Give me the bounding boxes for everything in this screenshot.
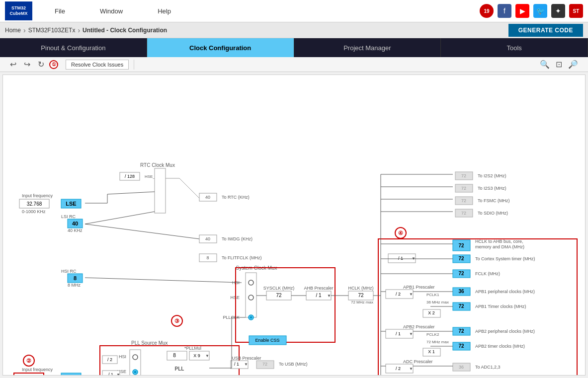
- logo: STM32CubeMX: [5, 1, 32, 20]
- svg-text:8: 8: [173, 353, 176, 358]
- svg-text:0-1000 KHz: 0-1000 KHz: [22, 209, 46, 214]
- svg-text:/ 128: / 128: [125, 174, 135, 179]
- svg-text:40 KHz: 40 KHz: [68, 228, 83, 233]
- tab-clock[interactable]: Clock Configuration: [147, 38, 294, 57]
- svg-text:HSI: HSI: [119, 354, 126, 359]
- input-freq-label-1: Input frequency: [22, 193, 53, 198]
- svg-text:APB2 timer clocks (MHz): APB2 timer clocks (MHz): [475, 344, 525, 349]
- svg-text:36: 36: [459, 365, 464, 370]
- toolbar: ↩ ↪ ↻ ① Resolve Clock Issues 🔍 ⊡ 🔎: [0, 57, 588, 72]
- breadcrumb-page[interactable]: Untitled - Clock Configuration: [83, 27, 167, 34]
- generate-code-button[interactable]: GENERATE CODE: [508, 24, 583, 37]
- social-icons: 19 f ▶ 🐦 ✦ ST: [480, 4, 583, 18]
- svg-text:72: 72: [461, 198, 466, 203]
- svg-text:APB1 Prescaler: APB1 Prescaler: [403, 285, 435, 290]
- svg-text:PLL Source Mux: PLL Source Mux: [131, 340, 168, 346]
- breadcrumb-device[interactable]: STM32F103ZETx: [28, 27, 76, 34]
- zoom-out-button[interactable]: 🔎: [566, 59, 581, 70]
- svg-text:▼: ▼: [327, 294, 331, 298]
- svg-text:40: 40: [205, 236, 210, 241]
- svg-text:AHB Prescaler: AHB Prescaler: [304, 286, 333, 291]
- svg-text:36 MHz max: 36 MHz max: [426, 300, 449, 304]
- menu-bar: STM32CubeMX File Window Help 19 f ▶ 🐦 ✦ …: [0, 0, 588, 22]
- svg-text:②: ②: [26, 358, 31, 364]
- svg-text:LSI RC: LSI RC: [61, 214, 76, 219]
- tab-tools[interactable]: Tools: [441, 38, 588, 57]
- svg-text:72 MHz max: 72 MHz max: [426, 340, 449, 344]
- zoom-in-button[interactable]: 🔍: [537, 59, 552, 70]
- svg-rect-15: [14, 373, 44, 376]
- undo-button[interactable]: ↩: [7, 59, 19, 70]
- svg-text:/ 2: / 2: [396, 292, 401, 297]
- redo-button[interactable]: ↪: [21, 59, 33, 70]
- youtube-icon[interactable]: ▶: [515, 4, 529, 18]
- svg-text:HSE: HSE: [66, 375, 77, 376]
- svg-text:72 MHz max: 72 MHz max: [351, 300, 373, 304]
- svg-text:To FLITFCLK (MHz): To FLITFCLK (MHz): [222, 255, 262, 260]
- svg-text:USB Prescaler: USB Prescaler: [232, 356, 261, 361]
- svg-text:▼: ▼: [409, 332, 413, 336]
- resolve-clock-button[interactable]: Resolve Clock Issues: [66, 60, 129, 70]
- svg-text:▼: ▼: [205, 354, 209, 358]
- svg-text:To SDIO (MHz): To SDIO (MHz): [478, 211, 508, 216]
- svg-text:③: ③: [174, 318, 179, 324]
- svg-text:HCLK (MHz): HCLK (MHz): [348, 286, 374, 291]
- svg-rect-0: [3, 75, 580, 363]
- svg-text:ADC Prescaler: ADC Prescaler: [403, 359, 433, 364]
- svg-text:40: 40: [205, 195, 210, 200]
- version-badge: 19: [480, 4, 494, 18]
- breadcrumb-bar: Home › STM32F103ZETx › Untitled - Clock …: [0, 22, 588, 38]
- svg-text:To I2S2 (MHz): To I2S2 (MHz): [478, 173, 506, 178]
- svg-text:/ 1: / 1: [398, 256, 403, 261]
- svg-point-46: [249, 295, 253, 300]
- svg-text:To RTC (KHz): To RTC (KHz): [222, 195, 250, 200]
- svg-point-72: [133, 355, 138, 360]
- svg-text:HCLK to AHB bus, core,: HCLK to AHB bus, core,: [475, 239, 523, 244]
- svg-text:To USB (MHz): To USB (MHz): [279, 362, 308, 367]
- breadcrumb-home[interactable]: Home: [5, 27, 21, 34]
- network-icon[interactable]: ✦: [551, 4, 565, 18]
- svg-text:PCLK1: PCLK1: [426, 293, 439, 297]
- svg-rect-83: [167, 351, 187, 360]
- menu-file[interactable]: File: [52, 5, 68, 17]
- tab-pinout[interactable]: Pinout & Configuration: [0, 38, 147, 57]
- menu-items: File Window Help: [52, 5, 480, 17]
- logo-area: STM32CubeMX: [5, 1, 32, 20]
- twitter-icon[interactable]: 🐦: [533, 4, 547, 18]
- svg-text:72: 72: [458, 328, 464, 334]
- svg-text:To ADC1,2,3: To ADC1,2,3: [475, 365, 501, 370]
- facebook-icon[interactable]: f: [498, 4, 511, 18]
- svg-text:▼: ▼: [244, 362, 248, 367]
- st-icon[interactable]: ST: [569, 4, 583, 18]
- svg-text:Input frequency: Input frequency: [22, 367, 53, 372]
- svg-text:RTC Clock Mux: RTC Clock Mux: [140, 162, 175, 168]
- menu-help[interactable]: Help: [155, 5, 173, 17]
- svg-text:32.768: 32.768: [27, 201, 42, 207]
- svg-text:④: ④: [398, 230, 403, 236]
- svg-text:To Cortex System timer (MHz): To Cortex System timer (MHz): [475, 256, 535, 261]
- svg-text:/ 2: / 2: [107, 357, 112, 362]
- svg-text:APB2 Prescaler: APB2 Prescaler: [403, 324, 435, 329]
- svg-text:72: 72: [458, 303, 464, 309]
- toolbar-separator: [134, 60, 134, 70]
- svg-text:8: 8: [74, 275, 77, 281]
- svg-text:8: 8: [206, 255, 209, 260]
- svg-text:LSE: LSE: [66, 201, 76, 207]
- svg-text:40: 40: [72, 221, 78, 227]
- svg-text:/ 1: / 1: [316, 293, 322, 298]
- tab-project[interactable]: Project Manager: [294, 38, 441, 57]
- clock-diagram: Input frequency 32.768 0-1000 KHz LSE LS…: [3, 75, 580, 363]
- fit-button[interactable]: ⊡: [553, 59, 565, 70]
- svg-text:72: 72: [458, 343, 464, 349]
- menu-window[interactable]: Window: [97, 5, 125, 17]
- svg-text:X 1: X 1: [428, 349, 435, 354]
- svg-text:*PLLMul: *PLLMul: [184, 346, 201, 351]
- svg-text:/ 1: / 1: [396, 331, 401, 336]
- svg-text:36: 36: [458, 289, 464, 294]
- svg-text:72: 72: [458, 243, 464, 248]
- refresh-button[interactable]: ↻: [35, 59, 47, 70]
- svg-text:PLL: PLL: [175, 366, 184, 372]
- svg-point-45: [249, 280, 253, 285]
- svg-text:APB2 peripheral clocks (MHz): APB2 peripheral clocks (MHz): [475, 329, 535, 334]
- tab-bar: Pinout & Configuration Clock Configurati…: [0, 38, 588, 57]
